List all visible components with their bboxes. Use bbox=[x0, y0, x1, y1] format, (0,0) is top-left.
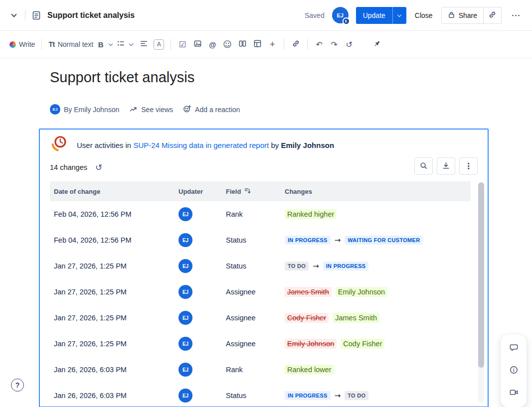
status-lozenge-from: IN PROGRESS bbox=[285, 391, 331, 400]
table-icon bbox=[253, 39, 262, 49]
divider bbox=[25, 10, 25, 21]
scrollbar-thumb[interactable] bbox=[478, 182, 484, 368]
added-value: Emily Johnson bbox=[336, 287, 387, 297]
arrow-right-icon: → bbox=[313, 262, 319, 271]
link-icon bbox=[488, 10, 497, 20]
cell-changes: IN PROGRESS→WAITING FOR CUSTOMER bbox=[281, 236, 471, 245]
close-button[interactable]: Close bbox=[414, 8, 434, 22]
copy-link-button[interactable] bbox=[484, 7, 502, 24]
add-reaction-icon bbox=[183, 105, 191, 115]
emoji-button[interactable]: ☺ bbox=[220, 36, 235, 52]
insert-image-button[interactable] bbox=[190, 36, 205, 52]
insert-more-button[interactable]: + bbox=[265, 36, 280, 52]
widget-actions: ⋮ bbox=[414, 157, 478, 175]
clock-logo-icon bbox=[50, 135, 69, 155]
video-button[interactable] bbox=[504, 384, 523, 403]
removed-value: Emily Johnson bbox=[285, 339, 337, 349]
more-options-button[interactable]: ⋯ bbox=[509, 8, 523, 22]
cell-field: Assignee bbox=[222, 314, 281, 322]
topbar-title: Support ticket analysis bbox=[47, 11, 135, 20]
question-mark-icon: ? bbox=[15, 381, 20, 389]
collapse-page-tree-button[interactable] bbox=[7, 8, 21, 22]
collaborator-avatar[interactable]: EJ E bbox=[332, 7, 349, 23]
insert-link-button[interactable] bbox=[288, 36, 303, 52]
info-button[interactable] bbox=[504, 361, 523, 380]
insert-table-button[interactable] bbox=[250, 36, 265, 52]
update-button[interactable]: Update bbox=[356, 7, 392, 24]
updater-avatar[interactable]: EJ bbox=[178, 207, 192, 221]
search-button[interactable] bbox=[414, 157, 433, 175]
ai-write-button[interactable]: Write bbox=[7, 36, 37, 52]
download-button[interactable] bbox=[437, 157, 455, 175]
updater-avatar[interactable]: EJ bbox=[178, 337, 192, 351]
undo-icon: ↶ bbox=[316, 40, 323, 49]
text-format-more-button[interactable] bbox=[106, 36, 116, 52]
bold-button[interactable]: B bbox=[96, 36, 106, 52]
redo-button[interactable]: ↷ bbox=[327, 36, 342, 52]
divider bbox=[284, 39, 284, 50]
changes-summary-row: 14 changes ↺ bbox=[50, 158, 105, 176]
status-lozenge-to: WAITING FOR CUSTOMER bbox=[345, 236, 423, 245]
byline-author[interactable]: EJ By Emily Johnson bbox=[50, 104, 119, 115]
cell-updater: EJ bbox=[175, 363, 222, 377]
undo-button[interactable]: ↶ bbox=[312, 36, 327, 52]
kebab-menu-icon: ⋮ bbox=[465, 161, 473, 171]
activity-table: Date of change Updater Field Changes Feb… bbox=[50, 181, 471, 407]
activity-widget[interactable]: User activities in SUP-24 Missing data i… bbox=[39, 129, 489, 407]
changes-count: 14 changes bbox=[50, 163, 87, 171]
info-icon bbox=[509, 365, 519, 376]
updater-avatar[interactable]: EJ bbox=[178, 259, 192, 273]
cell-updater: EJ bbox=[175, 285, 222, 299]
mention-button[interactable]: @ bbox=[205, 36, 220, 52]
issue-link[interactable]: SUP-24 Missing data in generated report bbox=[133, 141, 269, 149]
widget-title: User activities in SUP-24 Missing data i… bbox=[77, 141, 334, 149]
update-dropdown-button[interactable] bbox=[392, 7, 406, 24]
cell-field: Rank bbox=[222, 366, 281, 374]
bullet-list-button[interactable] bbox=[116, 36, 126, 52]
updater-avatar[interactable]: EJ bbox=[178, 389, 192, 403]
cell-changes: Ranked lower bbox=[281, 365, 471, 375]
text-style-dropdown[interactable]: Tt Normal text bbox=[46, 36, 96, 52]
pin-toolbar-button[interactable] bbox=[369, 36, 384, 52]
comments-button[interactable] bbox=[504, 339, 523, 358]
refresh-button[interactable]: ↺ bbox=[92, 162, 105, 173]
updater-avatar[interactable]: EJ bbox=[178, 363, 192, 377]
widget-title-connector: by bbox=[271, 141, 279, 149]
table-row: Jan 27, 2026, 1:25 PMEJAssigneeEmily Joh… bbox=[50, 331, 471, 357]
download-icon bbox=[442, 161, 450, 171]
share-button[interactable]: Share bbox=[441, 7, 484, 24]
widget-title-author: Emily Johnson bbox=[281, 141, 334, 149]
added-value: Cody Fisher bbox=[341, 339, 384, 349]
updater-avatar[interactable]: EJ bbox=[178, 285, 192, 299]
text-color-button[interactable]: A bbox=[151, 36, 167, 52]
save-status: Saved bbox=[305, 11, 325, 19]
mention-icon: @ bbox=[209, 40, 216, 49]
search-icon bbox=[419, 161, 428, 171]
cell-date-of-change: Jan 26, 2026, 6:03 PM bbox=[50, 392, 175, 400]
widget-header: User activities in SUP-24 Missing data i… bbox=[50, 135, 334, 155]
align-button[interactable] bbox=[136, 36, 151, 52]
cell-date-of-change: Jan 27, 2026, 1:25 PM bbox=[50, 288, 175, 296]
help-button[interactable]: ? bbox=[11, 379, 24, 392]
list-more-button[interactable] bbox=[126, 36, 136, 52]
page-title[interactable]: Support ticket analysis bbox=[50, 69, 194, 86]
cell-date-of-change: Jan 27, 2026, 1:25 PM bbox=[50, 314, 175, 322]
widget-scrollbar[interactable] bbox=[478, 182, 484, 403]
author-avatar: EJ bbox=[50, 104, 60, 115]
layout-button[interactable] bbox=[235, 36, 250, 52]
updater-avatar[interactable]: EJ bbox=[178, 311, 192, 325]
chevron-down-icon bbox=[129, 42, 133, 46]
header-updater: Updater bbox=[175, 188, 222, 195]
added-value: James Smith bbox=[333, 313, 379, 323]
widget-more-button[interactable]: ⋮ bbox=[459, 157, 478, 175]
version-history-button[interactable]: ↺ bbox=[342, 36, 356, 52]
avatar-initials: EJ bbox=[337, 12, 343, 18]
add-reaction-button[interactable]: Add a reaction bbox=[183, 105, 240, 115]
cell-updater: EJ bbox=[175, 233, 222, 247]
table-row: Jan 26, 2026, 6:03 PMEJRankRanked lower bbox=[50, 357, 471, 383]
field-filter-icon[interactable] bbox=[244, 187, 251, 196]
write-label: Write bbox=[19, 40, 35, 48]
see-views-button[interactable]: See views bbox=[129, 105, 173, 115]
task-list-button[interactable]: ☑ bbox=[175, 36, 190, 52]
updater-avatar[interactable]: EJ bbox=[178, 233, 192, 247]
